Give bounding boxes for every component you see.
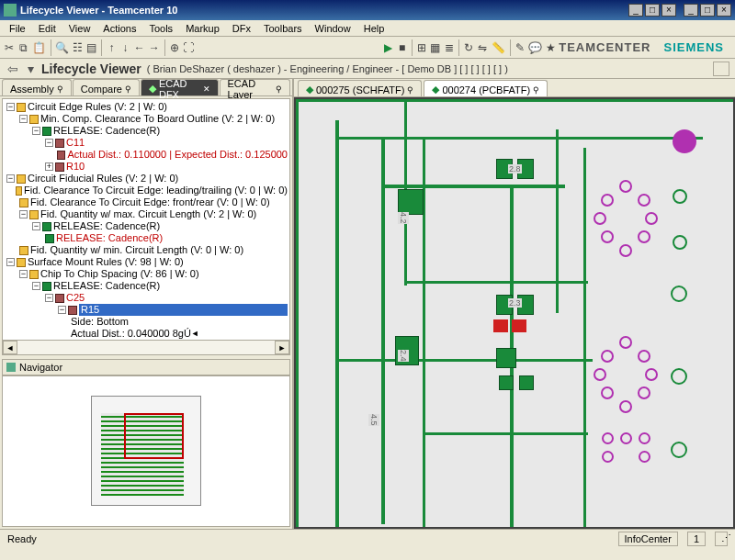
scroll-track[interactable]	[17, 341, 275, 354]
tree-node[interactable]: Chip To Chip Spacing (V: 86 | W: 0)	[40, 268, 199, 280]
navigator-viewport[interactable]	[124, 413, 184, 459]
toggle-icon[interactable]: −	[19, 270, 28, 278]
tool-snap-icon[interactable]: ⊞	[416, 39, 428, 57]
tree-node[interactable]: Circuit Edge Rules (V: 2 | W: 0)	[28, 101, 167, 113]
tree-node[interactable]: RELEASE: Cadence(R)	[56, 232, 163, 244]
menu-markup[interactable]: Markup	[180, 22, 225, 35]
menu-help[interactable]: Help	[358, 22, 390, 35]
close-icon[interactable]: ✕	[203, 84, 210, 94]
pcb-canvas[interactable]: 2.8 4.2 2.3 2.4 4.5	[296, 99, 733, 527]
rules-tree[interactable]: −Circuit Edge Rules (V: 2 | W: 0) −Min. …	[2, 98, 290, 355]
pin-icon[interactable]: ⚲	[533, 85, 539, 95]
status-infocenter[interactable]: InfoCenter	[618, 532, 678, 546]
tool-layer-icon[interactable]: ≣	[443, 39, 455, 57]
nav-back-icon[interactable]: ⇦	[6, 62, 20, 76]
pin-icon[interactable]: ⚲	[125, 84, 131, 94]
menu-toolbars[interactable]: Toolbars	[258, 22, 308, 35]
nav-fwd-icon[interactable]: ▾	[26, 62, 36, 76]
tab-ecad-dfx[interactable]: ◆ECAD DFX✕	[141, 79, 219, 95]
tree-node[interactable]: Fid. Clearance To Circuit Edge: front/re…	[30, 196, 270, 208]
toggle-icon[interactable]: −	[32, 222, 40, 230]
tab-schematic[interactable]: ◆000275 (SCHFATF)⚲	[298, 80, 422, 96]
toggle-icon[interactable]: −	[45, 294, 53, 302]
tool-fit-icon[interactable]: ⛶	[182, 39, 195, 57]
minimize-button[interactable]: _	[684, 4, 698, 17]
status-resize-grip-icon[interactable]: ⋰	[715, 532, 728, 546]
tree-node[interactable]: Circuit Fiducial Rules (V: 2 | W: 0)	[28, 173, 178, 185]
toggle-icon[interactable]: −	[32, 127, 40, 135]
tree-node[interactable]: Surface Mount Rules (V: 98 | W: 0)	[28, 256, 184, 268]
app-icon	[4, 4, 17, 17]
pin-icon[interactable]: ⚲	[407, 85, 413, 95]
menu-view[interactable]: View	[63, 22, 96, 35]
tool-cut-icon[interactable]: ✂	[4, 39, 16, 57]
toggle-icon[interactable]: −	[6, 258, 15, 266]
tree-node[interactable]: C11	[66, 137, 85, 149]
tree-node[interactable]: Min. Comp. Clearance To Board Outline (V…	[40, 113, 275, 125]
tool-stop-icon[interactable]: ■	[396, 39, 408, 57]
tree-node[interactable]: RELEASE: Cadence(R)	[53, 220, 160, 232]
tab-compare[interactable]: Compare⚲	[73, 79, 140, 95]
brand-siemens: SIEMENS	[663, 40, 724, 54]
tree-node[interactable]: C25	[66, 292, 85, 304]
menu-file[interactable]: File	[4, 22, 31, 35]
close-button[interactable]: ×	[717, 4, 731, 17]
menu-window[interactable]: Window	[310, 22, 356, 35]
tool-comment-icon[interactable]: 💬	[527, 39, 543, 57]
toggle-icon[interactable]: −	[19, 210, 28, 218]
toggle-icon[interactable]: −	[6, 174, 15, 183]
tool-right-icon[interactable]: →	[148, 39, 161, 57]
toggle-icon[interactable]: −	[45, 139, 53, 147]
tab-pcb[interactable]: ◆000274 (PCBFATF)⚲	[424, 80, 548, 96]
menu-tools[interactable]: Tools	[143, 22, 178, 35]
tab-assembly[interactable]: Assembly⚲	[2, 79, 72, 95]
tree-node[interactable]: RELEASE: Cadence(R)	[53, 280, 160, 292]
toggle-icon[interactable]: −	[32, 282, 40, 290]
tab-ecad-layer[interactable]: ECAD Layer⚲	[220, 79, 290, 95]
tool-rotate-icon[interactable]: ↻	[463, 39, 475, 57]
tree-detail[interactable]: Side: Bottom	[71, 316, 129, 328]
tool-play-icon[interactable]: ▶	[382, 39, 394, 57]
tool-zoom-icon[interactable]: ⊕	[168, 39, 180, 57]
menu-dfx[interactable]: DFx	[227, 22, 256, 35]
tool-up-icon[interactable]: ↑	[106, 39, 118, 57]
tool-copy-icon[interactable]: ⧉	[17, 39, 29, 57]
tool-flip-icon[interactable]: ⇋	[477, 39, 489, 57]
tool-highlight-icon[interactable]: ★	[545, 39, 557, 57]
tool-left-icon[interactable]: ←	[133, 39, 146, 57]
tree-node[interactable]: Fid. Clearance To Circuit Edge: leading/…	[24, 185, 288, 196]
tree-node[interactable]: Fid. Quantity w/ min. Circuit Length (V:…	[30, 244, 243, 256]
tool-grid-icon[interactable]: ▦	[429, 39, 441, 57]
menu-edit[interactable]: Edit	[33, 22, 62, 35]
tool-annotate-icon[interactable]: ✎	[514, 39, 526, 57]
scroll-right-icon[interactable]: ►	[275, 341, 289, 354]
layout-toggle-icon[interactable]	[713, 62, 729, 76]
toggle-icon[interactable]: +	[45, 162, 53, 171]
tool-search-icon[interactable]: 🔍	[54, 39, 70, 57]
tool-props-icon[interactable]: ▤	[85, 39, 97, 57]
maximize-button-outer[interactable]: □	[645, 4, 660, 17]
minimize-button-outer[interactable]: _	[628, 4, 643, 17]
tool-measure-icon[interactable]: 📏	[491, 39, 506, 57]
pin-icon[interactable]: ⚲	[57, 84, 63, 94]
pin-icon[interactable]: ⚲	[276, 84, 282, 94]
tool-tree-icon[interactable]: ☷	[72, 39, 84, 57]
menu-actions[interactable]: Actions	[97, 22, 141, 35]
navigator-panel[interactable]	[2, 375, 290, 527]
scroll-left-icon[interactable]: ◄	[3, 341, 17, 354]
close-button-outer[interactable]: ×	[662, 4, 676, 17]
toggle-icon[interactable]: −	[19, 115, 28, 123]
tree-node[interactable]: R10	[66, 161, 85, 173]
tree-detail[interactable]: Actual Dist.: 0.040000 8gÚ	[71, 328, 191, 340]
navigator-thumbnail[interactable]	[91, 396, 201, 506]
toggle-icon[interactable]: −	[58, 306, 66, 314]
tool-down-icon[interactable]: ↓	[119, 39, 131, 57]
tree-node[interactable]: Fid. Quantity w/ max. Circuit Length (V:…	[40, 208, 256, 220]
maximize-button[interactable]: □	[700, 4, 715, 17]
tree-node-selected[interactable]: R15	[79, 304, 288, 316]
tree-node[interactable]: RELEASE: Cadence(R)	[53, 125, 160, 137]
menubar: File Edit View Actions Tools Markup DFx …	[0, 20, 735, 37]
tree-node[interactable]: Actual Dist.: 0.110000 | Expected Dist.:…	[67, 149, 288, 161]
tool-paste-icon[interactable]: 📋	[31, 39, 47, 57]
toggle-icon[interactable]: −	[6, 103, 15, 111]
